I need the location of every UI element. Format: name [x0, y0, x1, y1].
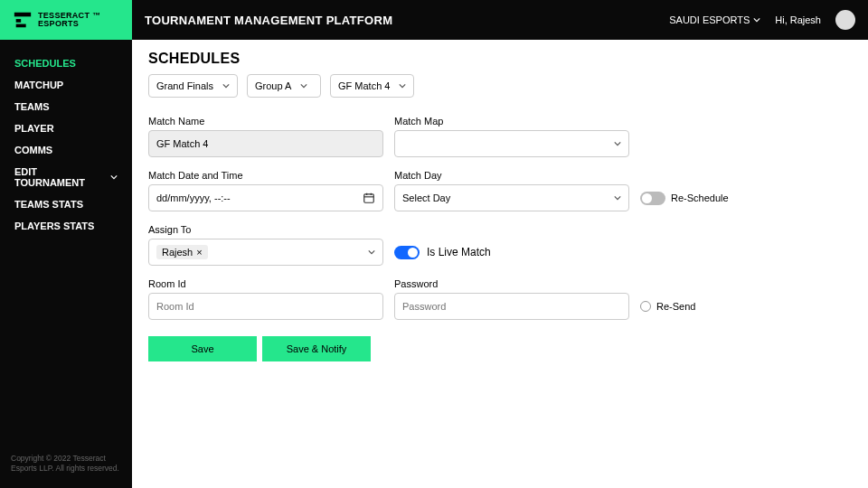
live-match-switch[interactable] — [394, 246, 420, 259]
assign-select[interactable]: Rajesh × — [148, 239, 383, 266]
copyright: Copyright © 2022 Tesseract Esports LLP. … — [0, 445, 132, 488]
calendar-icon — [363, 192, 375, 204]
password-label: Password — [394, 278, 629, 289]
app-title: TOURNAMENT MANAGEMENT PLATFORM — [145, 14, 392, 27]
day-select[interactable]: Select Day — [394, 184, 629, 211]
sidebar-item-players-stats[interactable]: PLAYERS STATS — [0, 215, 132, 237]
reschedule-label: Re-Schedule — [671, 192, 729, 203]
room-id-input[interactable] — [148, 293, 383, 320]
tesseract-logo-icon — [13, 10, 33, 30]
day-label: Match Day — [394, 170, 629, 181]
svg-rect-1 — [16, 19, 22, 23]
match-name-label: Match Name — [148, 116, 383, 127]
svg-rect-3 — [364, 194, 374, 202]
org-name: SAUDI ESPORTS — [669, 14, 750, 25]
sidebar-item-edit-tournament[interactable]: EDIT TOURNAMENT — [0, 161, 132, 193]
svg-rect-0 — [14, 13, 31, 17]
resend-option[interactable]: Re-Send — [640, 293, 785, 320]
room-id-label: Room Id — [148, 278, 383, 289]
sidebar-item-matchup[interactable]: MATCHUP — [0, 74, 132, 96]
match-map-label: Match Map — [394, 116, 629, 127]
org-dropdown[interactable]: SAUDI ESPORTS — [669, 14, 760, 25]
chevron-down-icon — [222, 82, 230, 89]
topbar: TESSERACT ™ ESPORTS TOURNAMENT MANAGEMEN… — [0, 0, 868, 40]
sidebar-item-comms[interactable]: COMMS — [0, 139, 132, 161]
page-title: SCHEDULES — [148, 51, 852, 67]
chevron-down-icon — [614, 140, 621, 147]
datetime-input[interactable]: dd/mm/yyyy, --:-- — [148, 184, 383, 211]
live-match-label: Is Live Match — [427, 246, 491, 258]
chevron-down-icon — [110, 174, 118, 181]
filter-row: Grand Finals Group A GF Match 4 — [148, 74, 852, 98]
sidebar-item-teams[interactable]: TEAMS — [0, 96, 132, 117]
user-greeting: Hi, Rajesh — [775, 14, 821, 25]
group-select[interactable]: Group A — [247, 74, 321, 98]
schedule-form: Match Name GF Match 4 Match Map Match Da… — [148, 116, 852, 320]
chevron-down-icon — [614, 194, 621, 202]
sidebar-item-schedules[interactable]: SCHEDULES — [0, 52, 132, 74]
reschedule-switch[interactable] — [640, 192, 665, 205]
save-button[interactable]: Save — [148, 336, 257, 361]
assign-chip: Rajesh × — [156, 245, 208, 259]
sidebar-item-teams-stats[interactable]: TEAMS STATS — [0, 193, 132, 215]
password-input[interactable] — [394, 293, 629, 320]
svg-rect-2 — [16, 24, 26, 28]
resend-radio[interactable] — [640, 301, 651, 312]
reschedule-toggle[interactable]: Re-Schedule — [640, 184, 785, 211]
datetime-label: Match Date and Time — [148, 170, 383, 181]
sidebar-item-player[interactable]: PLAYER — [0, 117, 132, 139]
match-map-select[interactable] — [394, 130, 629, 157]
assign-label: Assign To — [148, 224, 383, 235]
brand-text: TESSERACT ™ ESPORTS — [38, 12, 100, 29]
match-name-input[interactable]: GF Match 4 — [148, 130, 383, 157]
chevron-down-icon — [300, 82, 307, 89]
resend-label: Re-Send — [656, 301, 695, 312]
save-notify-button[interactable]: Save & Notify — [262, 336, 371, 361]
avatar[interactable] — [835, 10, 855, 30]
chevron-down-icon — [368, 249, 375, 256]
brand-logo[interactable]: TESSERACT ™ ESPORTS — [0, 0, 132, 40]
main-content: SCHEDULES Grand Finals Group A GF Match … — [132, 40, 868, 488]
chevron-down-icon — [399, 82, 406, 89]
match-select[interactable]: GF Match 4 — [330, 74, 414, 98]
stage-select[interactable]: Grand Finals — [148, 74, 238, 98]
sidebar: SCHEDULES MATCHUP TEAMS PLAYER COMMS EDI… — [0, 40, 132, 488]
chip-remove-icon[interactable]: × — [196, 247, 202, 258]
chevron-down-icon — [753, 16, 760, 23]
